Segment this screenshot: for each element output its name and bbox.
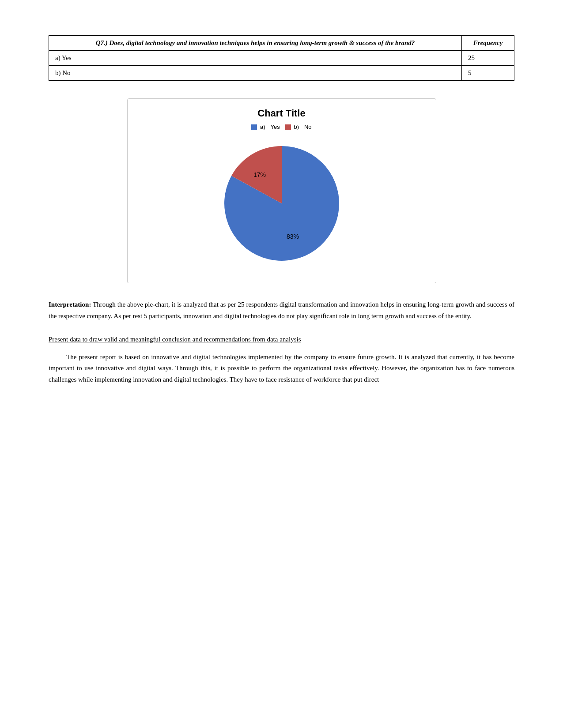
- table-row-yes-value: 25: [461, 51, 514, 66]
- legend-a-label: a): [260, 124, 265, 130]
- legend-color-b: [285, 124, 291, 130]
- interpretation-text: Through the above pie-chart, it is analy…: [49, 301, 514, 319]
- legend-no-text: No: [304, 124, 312, 130]
- chart-legend: a) Yes b) No: [141, 124, 423, 130]
- question-table: Q7.) Does, digital technology and innova…: [49, 35, 514, 81]
- chart-area: 17% 83%: [141, 137, 423, 270]
- legend-color-a: [251, 124, 257, 130]
- table-header-frequency: Frequency: [461, 36, 514, 51]
- body-paragraph: The present report is based on innovativ…: [49, 352, 514, 386]
- table-header-question: Q7.) Does, digital technology and innova…: [49, 36, 462, 51]
- chart-container: Chart Title a) Yes b) No 17% 83%: [127, 98, 436, 283]
- legend-a-color: a): [251, 124, 265, 130]
- pie-label-17: 17%: [253, 171, 265, 178]
- table-row-no-label: b) No: [49, 66, 462, 81]
- legend-b-label: b): [294, 124, 299, 130]
- section-heading: Present data to draw valid and meaningfu…: [49, 334, 514, 345]
- legend-b-color: b): [285, 124, 299, 130]
- legend-yes-text: Yes: [271, 124, 280, 130]
- pie-label-83: 83%: [286, 233, 299, 240]
- interpretation-label: Interpretation:: [49, 301, 91, 308]
- pie-chart-svg: 17% 83%: [215, 137, 348, 270]
- interpretation-block: Interpretation: Through the above pie-ch…: [49, 299, 514, 322]
- table-row-yes-label: a) Yes: [49, 51, 462, 66]
- table-row-no-value: 5: [461, 66, 514, 81]
- chart-title: Chart Title: [141, 108, 423, 119]
